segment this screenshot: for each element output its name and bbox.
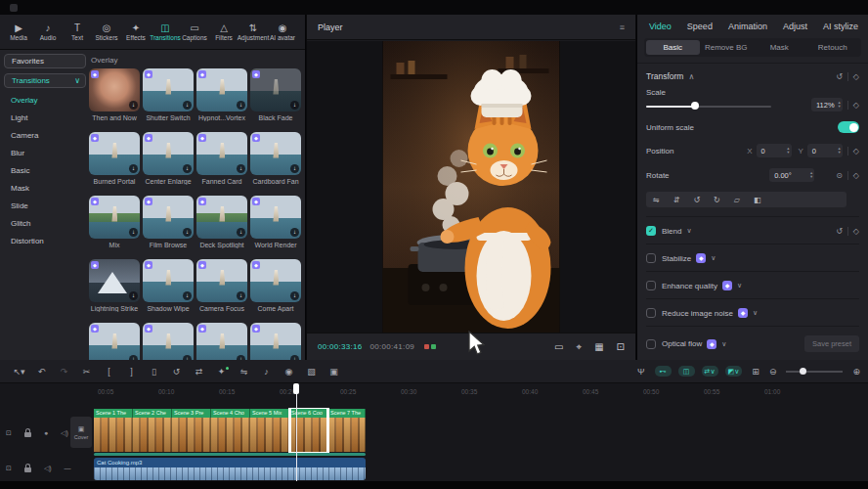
level-icon[interactable]: ◧ [754, 196, 761, 204]
reverse-icon[interactable]: ↺ [165, 367, 188, 377]
freeze-frame-icon[interactable]: ▯ [143, 367, 165, 377]
stepper-icons[interactable]: ▴▾ [839, 101, 841, 109]
sidebar-category-item[interactable]: Distortion [4, 233, 86, 250]
timeline-clip[interactable]: Scene 5 Mix [250, 409, 289, 452]
mute-icon[interactable]: ◁) [61, 429, 68, 437]
inspector-subtab[interactable]: Remove BG [700, 40, 754, 55]
sidebar-category-item[interactable]: Slide [4, 198, 86, 215]
rotate-input[interactable]: 0.00° ▴▾ [769, 168, 814, 182]
nav-stickers[interactable]: ◎ Stickers [92, 22, 121, 42]
track-options-icon[interactable]: ⊡ [6, 465, 12, 472]
nav-text[interactable]: T Text [63, 22, 92, 42]
chevron-down-icon[interactable]: ∨ [686, 227, 691, 235]
optical-flow-checkbox[interactable]: ✓ [646, 339, 656, 349]
smart-tool-icon[interactable]: ✦ [210, 367, 233, 377]
rotate-dial-icon[interactable]: ⊙ [836, 171, 843, 180]
stepper-icons[interactable]: ▴▾ [787, 147, 789, 155]
inspector-tab[interactable]: Video [649, 22, 672, 31]
transition-item[interactable]: ◆ ↓ [196, 323, 247, 360]
sidebar-category-item[interactable]: Mask [4, 180, 86, 198]
playhead-handle[interactable] [293, 383, 299, 394]
quality-icon[interactable]: ▦ [594, 341, 603, 353]
nav-media[interactable]: ▶ Media [4, 22, 33, 42]
timeline-clip[interactable]: Scene 4 Cho [211, 409, 250, 452]
link-toggle[interactable]: ◫ [678, 366, 695, 377]
lock-icon[interactable] [24, 467, 31, 472]
transition-item[interactable]: ◆ ↓ Lightning Strike [89, 259, 140, 323]
flip-vertical-icon[interactable]: ⇵ [673, 196, 680, 204]
timeline-clip[interactable]: Scene 1 The [94, 409, 133, 452]
keyframe-icon[interactable]: ◇ [853, 227, 859, 236]
hide-track-icon[interactable]: ● [44, 429, 48, 436]
save-preset-button[interactable]: Save preset [804, 335, 859, 352]
track-options-icon[interactable]: ⊡ [6, 429, 12, 437]
sidebar-category-item[interactable]: Basic [4, 162, 86, 180]
keyframe-icon[interactable]: ◇ [853, 147, 859, 156]
scale-slider[interactable] [646, 101, 771, 111]
download-icon[interactable]: ↓ [183, 101, 192, 110]
nav-captions[interactable]: ▭ Captions [180, 22, 209, 42]
keyframe-icon[interactable]: ◇ [853, 72, 859, 81]
rotate-ccw-icon[interactable]: ↺ [693, 196, 700, 204]
download-icon[interactable]: ↓ [237, 291, 245, 300]
collapse-icon[interactable]: ∧ [688, 72, 694, 81]
download-icon[interactable]: ↓ [183, 291, 192, 300]
transition-item[interactable]: ◆ ↓ Shutter Switch [143, 68, 194, 132]
transition-item[interactable]: ◆ ↓ Camera Focus [196, 259, 247, 323]
download-icon[interactable]: ↓ [290, 164, 299, 173]
lock-icon[interactable] [24, 432, 31, 437]
select-tool-icon[interactable]: ↖▾ [8, 367, 30, 377]
flip-horizontal-icon[interactable]: ⇋ [653, 196, 660, 204]
split-icon[interactable]: ✂ [75, 367, 98, 377]
position-x-input[interactable]: 0 ▴▾ [757, 144, 792, 157]
timeline-ruler[interactable]: 00:0500:1000:1500:2000:2500:3000:3500:40… [0, 383, 868, 399]
keyframe-icon[interactable]: ◇ [853, 171, 859, 180]
chevron-down-icon[interactable]: ∨ [711, 254, 716, 262]
download-icon[interactable]: ↓ [290, 101, 299, 110]
chevron-down-icon[interactable]: ∨ [721, 340, 726, 348]
download-icon[interactable]: ↓ [129, 101, 138, 110]
playhead-line[interactable] [296, 383, 297, 481]
snap-toggle[interactable]: ⊷ [655, 366, 672, 377]
enhance-quality-checkbox[interactable]: ✓ [646, 281, 656, 290]
download-icon[interactable]: ↓ [290, 291, 299, 300]
zoom-out-icon[interactable]: ⊖ [769, 367, 777, 377]
audio-track-clip[interactable]: Cat Cooking.mp3 [94, 458, 366, 480]
trim-right-icon[interactable]: ] [120, 367, 143, 377]
sidebar-category-item[interactable]: Overlay [4, 92, 86, 110]
collapse-icon[interactable]: — [65, 465, 71, 471]
sidebar-category-item[interactable]: Glitch [4, 215, 86, 233]
transition-item[interactable]: ◆ ↓ Then and Now [89, 68, 140, 132]
transition-item[interactable]: ◆ ↓ [143, 323, 194, 360]
download-icon[interactable]: ↓ [129, 228, 138, 237]
inspector-tab[interactable]: Animation [728, 22, 767, 31]
stepper-icons[interactable]: ▴▾ [810, 171, 812, 179]
inspector-subtab[interactable]: Retouch [806, 40, 860, 55]
download-icon[interactable]: ↓ [237, 101, 245, 110]
slider-knob[interactable] [691, 102, 699, 110]
trim-left-icon[interactable]: [ [98, 367, 120, 377]
mute-icon[interactable]: ◁) [44, 465, 52, 472]
transition-item[interactable]: ◆ ↓ Cardboard Fan [250, 132, 301, 196]
skew-icon[interactable]: ▱ [734, 196, 740, 204]
record-voiceover-icon[interactable]: Ψ [637, 367, 645, 377]
download-icon[interactable]: ↓ [129, 164, 138, 173]
snapshot-icon[interactable]: ▣ [323, 367, 345, 377]
preview-window-icon[interactable]: ⊞ [752, 367, 760, 377]
nav-transitions[interactable]: ◫ Transitions [151, 22, 180, 42]
download-icon[interactable]: ↓ [237, 228, 245, 237]
download-icon[interactable]: ↓ [237, 164, 245, 173]
transition-tool-icon[interactable]: ⇄ [188, 367, 210, 377]
stepper-icons[interactable]: ▴▾ [839, 147, 841, 155]
transition-item[interactable]: ◆ ↓ Film Browse [143, 196, 194, 259]
keyframe-icon[interactable]: ◇ [853, 101, 859, 110]
timeline-clip[interactable]: Scene 6 Coo [289, 409, 328, 452]
transition-item[interactable]: ◆ ↓ Shadow Wipe [143, 259, 194, 323]
inspector-tab[interactable]: AI stylize [823, 22, 858, 31]
sidebar-category-item[interactable]: Blur [4, 145, 86, 162]
sidebar-category-item[interactable]: Light [4, 110, 86, 127]
transition-item[interactable]: ◆ ↓ Come Apart [250, 259, 301, 323]
timeline-clip[interactable]: Scene 2 Che [133, 409, 172, 452]
download-icon[interactable]: ↓ [183, 164, 192, 173]
nav-audio[interactable]: ♪ Audio [33, 22, 63, 42]
